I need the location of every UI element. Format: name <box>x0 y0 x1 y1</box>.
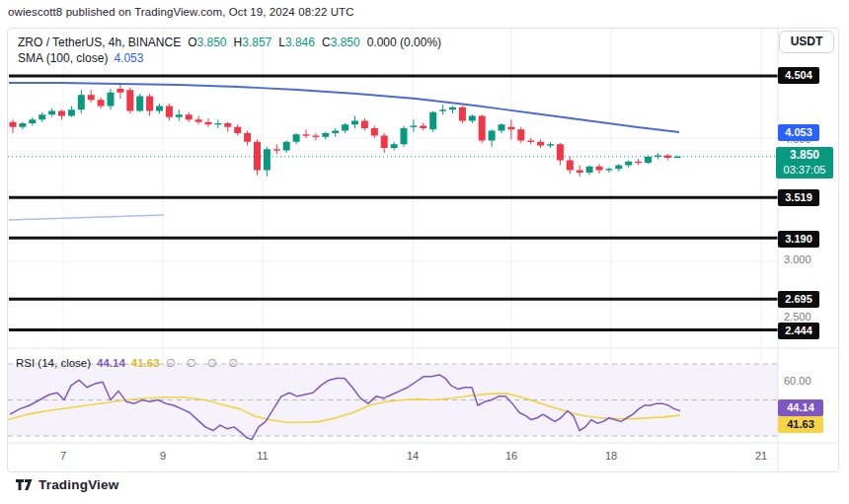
candle <box>420 123 426 131</box>
candle-body <box>401 128 408 144</box>
candle-body <box>596 167 603 171</box>
candle-body <box>186 114 193 119</box>
candle <box>527 138 534 144</box>
candle-body <box>439 109 446 110</box>
candle-body <box>254 142 261 171</box>
candle-body <box>361 121 368 129</box>
candle <box>88 90 95 103</box>
x-axis-tick-9: 9 <box>149 450 177 462</box>
candle <box>674 156 681 159</box>
candle <box>186 112 193 122</box>
candle-body <box>469 116 476 121</box>
candle-body <box>420 126 426 129</box>
rsi-value-label: 44.14 <box>778 399 823 416</box>
currency-toggle-button[interactable]: USDT <box>779 31 834 53</box>
candle <box>577 166 583 177</box>
candle-body <box>273 149 280 150</box>
candle <box>391 142 398 151</box>
candle-body <box>499 124 505 130</box>
candle <box>254 139 261 175</box>
candle-body <box>635 162 642 163</box>
candle <box>214 119 221 128</box>
candle <box>29 117 36 126</box>
candle <box>596 164 603 174</box>
high-label: H <box>234 36 243 49</box>
candle <box>234 124 241 135</box>
candle-body <box>264 149 270 170</box>
candle-body <box>116 89 123 93</box>
candle <box>401 126 408 147</box>
low-label: L <box>278 36 285 49</box>
candle-body <box>342 124 348 130</box>
candle-body <box>29 119 36 123</box>
chart-card: ZRO / TetherUS, 4h, BINANCEO3.850H3.857L… <box>7 28 839 472</box>
candle <box>499 123 505 133</box>
low-value: 3.846 <box>285 36 315 49</box>
candle <box>126 88 133 113</box>
candle <box>332 128 339 137</box>
candle-body <box>58 111 65 116</box>
candle-body <box>527 141 534 142</box>
candle <box>351 116 358 129</box>
candle <box>655 153 661 159</box>
candle <box>244 131 251 146</box>
candle-body <box>146 97 153 111</box>
candle <box>224 122 231 132</box>
candle-body <box>645 157 652 163</box>
tradingview-logo-icon <box>16 478 33 491</box>
candle-body <box>108 93 115 107</box>
candle <box>664 154 671 160</box>
candle-body <box>303 134 310 135</box>
candle-body <box>479 116 486 141</box>
candle <box>371 126 378 139</box>
candle <box>342 123 348 133</box>
candle <box>381 133 388 153</box>
candle-countdown: 03:37:05 <box>776 163 833 177</box>
candle <box>459 107 466 124</box>
last-price-value: 3.850 <box>776 147 833 163</box>
rsi-axis-label-60: 60.00 <box>784 375 811 388</box>
candle <box>507 119 514 139</box>
candle-body <box>615 166 622 170</box>
candle-body <box>98 100 105 106</box>
candle-body <box>507 127 514 130</box>
candle-body <box>674 157 681 158</box>
candle <box>108 89 115 109</box>
candle <box>293 133 300 144</box>
candle <box>176 109 183 120</box>
candle <box>273 144 280 154</box>
candle <box>10 119 17 133</box>
candle <box>283 141 290 154</box>
candle-body <box>78 95 85 109</box>
candle <box>469 114 476 123</box>
level-lines <box>9 76 778 330</box>
candle-body <box>625 162 632 166</box>
chart-canvas[interactable] <box>8 29 838 471</box>
support-price-label-2695: 2.695 <box>778 291 819 308</box>
support-price-label-2444: 2.444 <box>778 323 819 339</box>
brand-name: TradingView <box>39 477 118 492</box>
rsi-label: RSI (14, close) <box>16 357 91 369</box>
candle-body <box>176 114 183 117</box>
close-value: 3.850 <box>331 36 360 49</box>
axis-label-3000: 3.000 <box>784 253 811 266</box>
candle-body <box>605 169 612 170</box>
high-value: 3.857 <box>242 36 271 49</box>
candle <box>635 159 642 165</box>
candle-body <box>166 107 173 117</box>
candle <box>429 111 436 132</box>
candle-body <box>244 133 251 142</box>
candle-body <box>48 111 55 115</box>
candle <box>489 129 496 147</box>
x-axis-tick-16: 16 <box>498 450 525 462</box>
x-axis-tick-21: 21 <box>747 450 775 462</box>
trendline <box>9 215 164 220</box>
candle-body <box>381 136 388 149</box>
candle-body <box>459 108 466 121</box>
candle <box>439 105 446 114</box>
tradingview-logo-link[interactable]: TradingView <box>16 477 118 492</box>
candle-body <box>39 114 45 119</box>
last-price-label: 3.850 03:37:05 <box>776 147 833 179</box>
resistance-price-label-4504: 4.504 <box>778 67 819 84</box>
open-label: O <box>188 36 196 49</box>
